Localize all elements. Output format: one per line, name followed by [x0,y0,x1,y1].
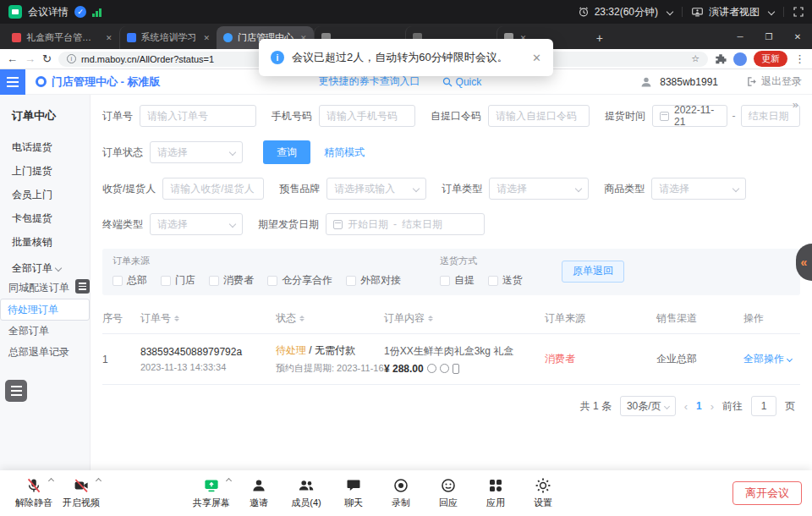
goto-page-input[interactable] [751,396,776,416]
back-icon[interactable]: ← [7,53,18,64]
prev-page-icon[interactable]: ‹ [684,400,688,413]
panel-collapse-icon[interactable]: » [793,98,798,111]
pickup-start-date[interactable]: 2022-11-21 [652,105,727,127]
pickup-end-date[interactable]: 结束日期 [741,105,800,127]
table-row[interactable]: 1 83859345088979792a 2023-11-13 14:33:34… [102,334,800,385]
all-actions-dropdown[interactable]: 全部操作 [743,352,800,366]
browser-tab-1[interactable]: 礼盒商平台管理中心 ✕ [5,26,119,49]
page-number[interactable]: 1 [696,400,702,412]
members-button[interactable]: 成员(4) [283,472,330,514]
start-video-button[interactable]: 开启视频 [58,472,105,514]
simple-mode-link[interactable]: 精简模式 [324,145,365,160]
order-tag-icon-2[interactable] [440,364,449,373]
search-button[interactable]: 查询 [263,140,310,164]
share-screen-button[interactable]: 共享屏幕 [188,472,235,514]
order-tag-phone-icon[interactable] [453,364,459,374]
brand-select[interactable]: 请选择或输入 [326,178,426,200]
chat-button[interactable]: 聊天 [330,472,377,514]
sort-icon[interactable] [174,316,179,321]
reload-icon[interactable]: ↻ [42,53,52,64]
quick-search[interactable]: Quick [442,76,482,88]
new-tab-button[interactable]: + [588,26,612,49]
meeting-details-label[interactable]: 会议详情 [28,5,69,19]
toast-close-icon[interactable]: ✕ [532,52,541,64]
phone-input[interactable] [319,105,415,127]
sidebar-item-member-visit[interactable]: 会员上门 [0,183,90,206]
checkbox-warehouse-coop[interactable]: 仓分享合作 [267,273,332,288]
view-mode-dropdown-icon[interactable] [768,8,775,15]
window-minimize-icon[interactable]: ─ [726,24,754,49]
username[interactable]: 8385wb1991 [660,76,718,88]
sidebar-item-phone-pickup[interactable]: 电话提货 [0,135,90,159]
checkbox-consumer[interactable]: 消费者 [209,273,254,288]
col-order-no[interactable]: 订单号 [140,311,276,326]
expect-date-range[interactable]: 开始日期 - 结束日期 [326,213,485,235]
leave-meeting-button[interactable]: 离开会议 [732,481,802,505]
invite-button[interactable]: 邀请 [235,472,283,514]
forward-icon[interactable]: → [25,53,36,64]
page-size-value: 30条/页 [627,399,661,414]
goods-type-select[interactable]: 请选择 [651,178,746,200]
chevron-up-icon[interactable] [48,478,54,484]
order-type-select[interactable]: 请选择 [489,178,589,200]
quick-entry-link[interactable]: 更快捷的券卡查询入口 [319,74,420,89]
sidebar-item-card-pickup[interactable]: 卡包提货 [0,206,90,230]
sidebar-item-pending-orders[interactable]: 待处理订单 [0,299,90,321]
order-no-input[interactable] [140,105,256,127]
order-tag-icon-1[interactable] [427,364,436,373]
meeting-list-toggle[interactable] [5,380,27,402]
settings-button[interactable]: 设置 [519,472,567,514]
apps-button[interactable]: 应用 [472,472,519,514]
meeting-timer[interactable]: 23:32(60分钟) [595,5,658,19]
unmute-button[interactable]: 解除静音 [10,472,58,514]
terminal-select[interactable]: 请选择 [150,213,243,235]
next-page-icon[interactable]: › [710,400,714,413]
col-status[interactable]: 状态 [276,311,384,326]
order-status-select[interactable]: 请选择 [150,141,243,163]
sidebar-item-batch-verify[interactable]: 批量核销 [0,230,90,254]
page-size-select[interactable]: 30条/页 [620,396,676,416]
window-maximize-icon[interactable]: ❐ [754,24,783,49]
order-number[interactable]: 83859345088979792a [140,346,276,358]
fullscreen-icon[interactable] [793,7,804,17]
chevron-up-icon[interactable] [226,478,232,484]
sidebar-item-door-pickup[interactable]: 上门提货 [0,159,90,183]
sidebar-group-all-orders[interactable]: 全部订单 [0,254,90,277]
browser-update-button[interactable]: 更新 [754,51,787,67]
checkbox-store[interactable]: 门店 [161,273,195,288]
receiver-input[interactable] [162,178,264,200]
sidebar-item-all-orders[interactable]: 全部订单 [0,321,90,342]
record-button[interactable]: 录制 [377,472,425,514]
tab2-close-icon[interactable]: ✕ [204,34,211,42]
checkbox-icon [488,276,498,286]
tab2-favicon [127,33,136,42]
sort-icon[interactable] [299,316,304,321]
sidebar-toggle-button[interactable] [0,69,25,95]
floating-menu-handle[interactable] [75,279,90,294]
reactions-button[interactable]: 回应 [425,472,472,514]
checkbox-delivery[interactable]: 送货 [488,273,523,288]
browser-menu-icon[interactable]: ⋮ [794,52,805,65]
bookmark-star-icon[interactable]: ☆ [691,53,700,64]
sidebar-item-hq-refund-log[interactable]: 总部退单记录 [0,342,90,363]
all-actions-label: 全部操作 [743,352,784,366]
logout-button[interactable]: 退出登录 [747,74,802,89]
timer-dropdown-icon[interactable] [667,8,673,15]
site-info-icon[interactable]: i [67,54,76,63]
extensions-icon[interactable] [715,53,727,65]
sort-icon[interactable] [428,316,433,321]
checkbox-external[interactable]: 外部对接 [346,273,401,288]
main-content: » 订单号 手机号码 自提口令码 提货时间 2022-11-21 - [91,95,812,516]
checkbox-self-pickup[interactable]: 自提 [440,273,475,288]
checkbox-hq[interactable]: 总部 [112,273,147,288]
view-mode-label[interactable]: 演讲者视图 [709,5,760,19]
col-content[interactable]: 订单内容 [384,311,545,326]
original-order-return-button[interactable]: 原单退回 [562,261,624,283]
pickup-code-input[interactable] [488,105,590,127]
chevron-up-icon[interactable] [96,478,102,484]
window-close-icon[interactable]: ✕ [783,24,812,49]
tab1-close-icon[interactable]: ✕ [106,34,112,42]
profile-avatar[interactable] [733,52,747,66]
security-shield-icon[interactable]: ✓ [74,6,86,18]
browser-tab-2[interactable]: 系统培训学习 ✕ [119,26,217,49]
